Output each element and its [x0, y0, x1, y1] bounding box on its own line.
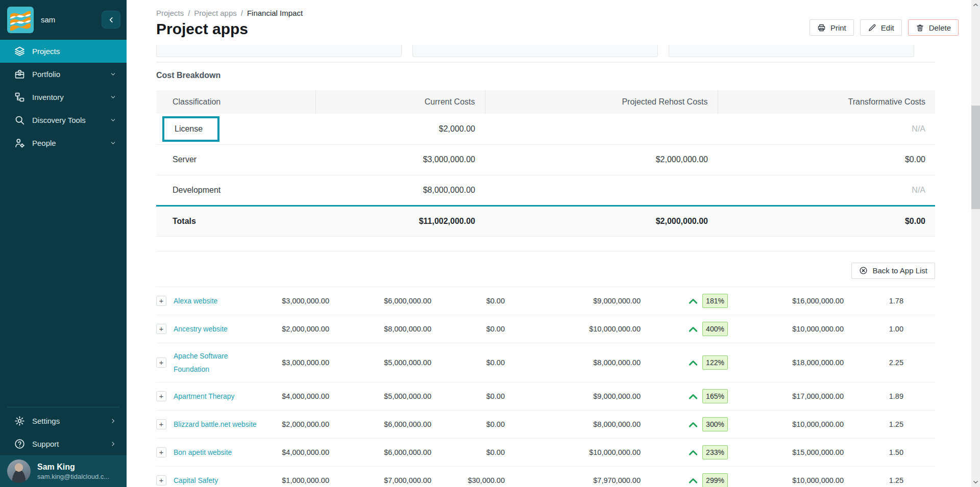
- expand-cell: +: [156, 475, 174, 485]
- expand-row-button[interactable]: +: [156, 447, 166, 457]
- percent-badge-cell: 122%: [699, 355, 731, 370]
- cost-value: $0.00: [431, 448, 505, 456]
- search-icon: [14, 115, 25, 125]
- classification-cell: Server: [156, 144, 315, 175]
- column-header-classification: Classification: [156, 90, 315, 114]
- sidebar-item-support[interactable]: Support: [0, 432, 127, 455]
- app-logo-icon[interactable]: [7, 7, 34, 33]
- app-name-cell: Capital Safety: [174, 474, 265, 487]
- highlighted-cell-box[interactable]: License: [162, 116, 219, 142]
- current-costs-cell: $3,000,000.00: [315, 144, 485, 175]
- delete-button-label: Delete: [929, 23, 951, 32]
- app-link[interactable]: Alexa website: [174, 294, 223, 307]
- expand-cell: +: [156, 324, 174, 334]
- expand-row-button[interactable]: +: [156, 357, 166, 368]
- app-link[interactable]: Apache Software Foundation: [174, 349, 265, 376]
- sidebar-item-label: People: [32, 139, 56, 147]
- pencil-icon: [868, 23, 876, 32]
- app-link[interactable]: Bon apetit website: [174, 446, 237, 459]
- divider: [156, 251, 935, 251]
- app-row-alexa-website: +Alexa website$3,000,000.00$6,000,000.00…: [156, 287, 935, 315]
- cost-value: $0.00: [431, 358, 505, 367]
- transformative-costs-cell: N/A: [718, 175, 935, 206]
- sidebar-item-inventory[interactable]: Inventory: [0, 86, 127, 109]
- sidebar-footer: SettingsSupport Sam King sam.king@tidalc…: [0, 407, 127, 487]
- trend-up-icon: [641, 358, 699, 367]
- breadcrumb-separator: /: [241, 9, 243, 17]
- breadcrumb-current: Financial Impact: [247, 9, 303, 17]
- sidebar-item-label: Settings: [32, 417, 60, 425]
- app-row-apache-software-foundation: +Apache Software Foundation$3,000,000.00…: [156, 343, 935, 382]
- back-row: Back to App List: [156, 263, 935, 279]
- column-header-current-costs: Current Costs: [315, 90, 485, 114]
- current-costs-cell: $8,000,000.00: [315, 175, 485, 206]
- app-name-cell: Blizzard battle.net website: [174, 418, 265, 431]
- app-link[interactable]: Apartment Therapy: [174, 390, 240, 403]
- breadcrumb: Projects/Project apps/Financial Impact: [156, 9, 971, 17]
- expand-row-button[interactable]: +: [156, 391, 166, 401]
- avatar: [7, 459, 31, 483]
- percent-badge: 233%: [702, 445, 728, 459]
- cost-value: $0.00: [431, 325, 505, 333]
- total-cost-value: $18,000,000.00: [731, 358, 844, 367]
- app-link[interactable]: Ancestry website: [174, 322, 233, 336]
- cost-value: $3,000,000.00: [265, 358, 329, 367]
- expand-row-button[interactable]: +: [156, 296, 166, 306]
- app-name-cell: Ancestry website: [174, 322, 265, 336]
- expand-row-button[interactable]: +: [156, 419, 166, 429]
- scrollbar[interactable]: [971, 0, 980, 487]
- cost-value: $5,000,000.00: [329, 358, 431, 367]
- sidebar-item-projects[interactable]: Projects: [0, 40, 127, 63]
- breadcrumb-link[interactable]: Projects: [156, 9, 184, 17]
- app-link[interactable]: Capital Safety: [174, 474, 223, 487]
- scrollbar-up-arrow-icon[interactable]: [971, 1, 980, 9]
- total-cost-value: $10,000,000.00: [731, 476, 844, 484]
- chevron-right-icon: [110, 418, 116, 424]
- app-link[interactable]: Blizzard battle.net website: [174, 418, 262, 431]
- sidebar-item-settings[interactable]: Settings: [0, 409, 127, 432]
- print-button[interactable]: Print: [810, 19, 854, 36]
- content-area: Cost Breakdown Classification Current Co…: [127, 45, 971, 487]
- total-cost-value: $10,000,000.00: [731, 420, 844, 428]
- chevron-right-icon: [110, 441, 116, 447]
- percent-badge-cell: 400%: [699, 322, 731, 336]
- scrollbar-down-arrow-icon[interactable]: [971, 478, 980, 486]
- sidebar-header: sam: [0, 0, 127, 40]
- breadcrumb-link[interactable]: Project apps: [194, 9, 236, 17]
- current-costs-cell: $2,000.00: [315, 114, 485, 144]
- expand-row-button[interactable]: +: [156, 475, 166, 485]
- sidebar-collapse-button[interactable]: [102, 11, 120, 29]
- sidebar-item-discovery-tools[interactable]: Discovery Tools: [0, 109, 127, 132]
- scrollbar-thumb[interactable]: [971, 106, 980, 209]
- expand-row-button[interactable]: +: [156, 324, 166, 334]
- percent-badge-cell: 300%: [699, 417, 731, 431]
- sidebar-item-people[interactable]: People: [0, 132, 127, 155]
- app-row-ancestry-website: +Ancestry website$2,000,000.00$8,000,000…: [156, 315, 935, 343]
- back-to-app-list-button[interactable]: Back to App List: [851, 263, 935, 279]
- ratio-value: 1.78: [844, 297, 903, 305]
- user-profile[interactable]: Sam King sam.king@tidalcloud.c...: [0, 455, 127, 487]
- workspace-name: sam: [41, 15, 55, 24]
- cost-value: $2,000,000.00: [265, 420, 329, 428]
- back-to-app-list-label: Back to App List: [872, 266, 927, 275]
- trend-up-icon: [641, 297, 699, 305]
- sidebar-item-portfolio[interactable]: Portfolio: [0, 63, 127, 86]
- percent-badge: 181%: [702, 294, 728, 308]
- chevron-down-icon: [110, 117, 116, 123]
- cost-value: $10,000,000.00: [505, 448, 641, 456]
- user-email: sam.king@tidalcloud.c...: [37, 472, 109, 481]
- classification-cell: License: [156, 114, 315, 144]
- breadcrumb-separator: /: [188, 9, 190, 17]
- person-gear-icon: [14, 138, 25, 148]
- totals-transformative-costs: $0.00: [718, 206, 935, 236]
- percent-badge: 300%: [702, 417, 728, 431]
- delete-button[interactable]: Delete: [908, 19, 959, 36]
- cost-value: $4,000,000.00: [265, 448, 329, 456]
- sidebar: sam ProjectsPortfolioInventoryDiscovery …: [0, 0, 127, 487]
- cost-value: $0.00: [431, 392, 505, 400]
- cost-value: $0.00: [431, 297, 505, 305]
- total-cost-value: $10,000,000.00: [731, 325, 844, 333]
- gear-icon: [14, 416, 25, 426]
- edit-button[interactable]: Edit: [860, 19, 902, 36]
- expand-cell: +: [156, 419, 174, 429]
